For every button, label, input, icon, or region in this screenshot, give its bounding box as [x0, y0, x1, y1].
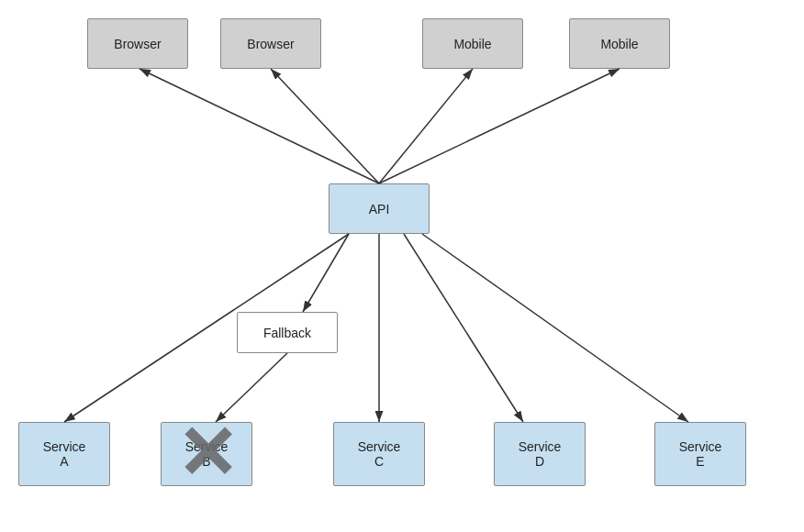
service-b-box: ServiceB ✕: [161, 422, 252, 486]
mobile2-label: Mobile: [600, 37, 638, 51]
service-a-label: ServiceA: [43, 439, 86, 469]
service-c-label: ServiceC: [358, 439, 401, 469]
mobile2-box: Mobile: [569, 18, 670, 69]
arrow-api-to-browser2: [271, 69, 379, 183]
api-label: API: [369, 202, 390, 216]
arrow-api-to-service-e: [422, 234, 688, 422]
service-b-label: ServiceB: [185, 439, 229, 469]
api-box: API: [329, 183, 430, 234]
browser1-label: Browser: [114, 37, 161, 51]
service-e-box: ServiceE: [654, 422, 746, 486]
diagram-container: Browser Browser Mobile Mobile API Fallba…: [0, 0, 804, 532]
arrow-api-to-mobile1: [379, 69, 473, 183]
service-e-label: ServiceE: [679, 439, 722, 469]
fallback-box: Fallback: [237, 312, 338, 353]
arrow-fallback-to-service-b: [216, 353, 287, 422]
fallback-label: Fallback: [263, 326, 311, 340]
mobile1-box: Mobile: [422, 18, 523, 69]
arrow-api-to-mobile2: [379, 69, 620, 183]
browser1-box: Browser: [87, 18, 188, 69]
service-c-box: ServiceC: [333, 422, 425, 486]
arrow-api-to-fallback: [303, 234, 349, 312]
arrow-api-to-service-d: [404, 234, 523, 422]
mobile1-label: Mobile: [453, 37, 491, 51]
service-d-label: ServiceD: [519, 439, 562, 469]
browser2-box: Browser: [220, 18, 321, 69]
service-a-box: ServiceA: [18, 422, 110, 486]
browser2-label: Browser: [247, 37, 294, 51]
arrow-api-to-browser1: [140, 69, 379, 183]
service-d-box: ServiceD: [494, 422, 586, 486]
